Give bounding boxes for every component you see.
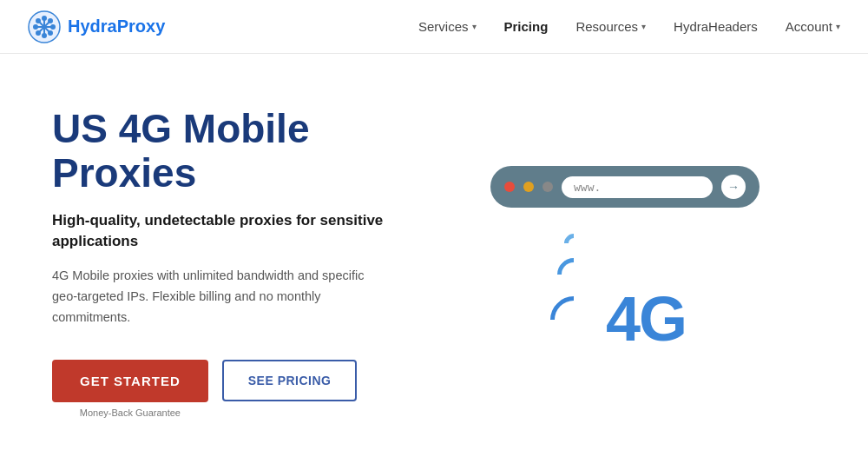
logo-icon <box>28 10 61 43</box>
svg-point-8 <box>51 25 55 29</box>
primary-cta-wrap: GET STARTED Money-Back Guarantee <box>52 360 208 418</box>
cta-buttons: GET STARTED Money-Back Guarantee SEE PRI… <box>52 360 434 418</box>
hero-subtitle: High-quality, undetectable proxies for s… <box>52 210 434 252</box>
guarantee-text: Money-Back Guarantee <box>80 407 181 418</box>
url-bar: www. <box>562 176 713 198</box>
chevron-down-icon: ▾ <box>836 22 840 31</box>
svg-point-10 <box>49 31 52 35</box>
wifi-arcs <box>564 234 597 350</box>
svg-point-9 <box>36 19 40 23</box>
browser-dot-yellow <box>523 182 534 192</box>
nav-item-hydraheaders[interactable]: HydraHeaders <box>674 19 758 34</box>
wifi-arc-medium <box>550 251 597 298</box>
see-pricing-button[interactable]: SEE PRICING <box>222 360 358 401</box>
logo-text: HydraProxy <box>68 17 165 36</box>
get-started-button[interactable]: GET STARTED <box>52 360 208 402</box>
nav-item-services[interactable]: Services ▾ <box>418 19 477 34</box>
hero-illustration: www. → 4G <box>434 175 816 350</box>
hero-description: 4G Mobile proxies with unlimited bandwid… <box>52 266 365 328</box>
browser-dot-red <box>504 182 515 192</box>
browser-dot-green <box>542 182 553 192</box>
chevron-down-icon: ▾ <box>641 22 646 31</box>
hero-title: US 4G Mobile Proxies <box>52 107 434 195</box>
svg-point-6 <box>43 34 46 37</box>
nav-item-account[interactable]: Account ▾ <box>786 19 840 34</box>
svg-point-7 <box>34 25 37 29</box>
chevron-down-icon: ▾ <box>472 22 477 31</box>
wifi-arc-large <box>541 287 607 353</box>
browser-arrow-icon: → <box>721 175 746 199</box>
navbar: HydraProxy Services ▾ Pricing Resources … <box>0 0 868 54</box>
svg-point-12 <box>36 31 40 35</box>
nav-item-resources[interactable]: Resources ▾ <box>575 19 646 34</box>
browser-bar-illustration: www. → <box>490 166 760 208</box>
nav-links: Services ▾ Pricing Resources ▾ HydraHead… <box>418 19 840 34</box>
fourgee-illustration: 4G <box>564 234 686 350</box>
wifi-arc-small <box>560 229 587 256</box>
hero-content: US 4G Mobile Proxies High-quality, undet… <box>52 107 434 418</box>
svg-point-11 <box>49 19 52 23</box>
fourgee-text: 4G <box>606 288 686 350</box>
nav-item-pricing[interactable]: Pricing <box>504 19 549 34</box>
logo-link[interactable]: HydraProxy <box>28 10 165 43</box>
hero-section: US 4G Mobile Proxies High-quality, undet… <box>0 54 868 457</box>
svg-point-5 <box>43 17 46 20</box>
